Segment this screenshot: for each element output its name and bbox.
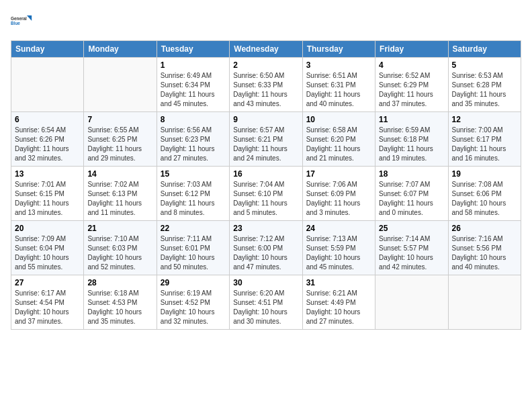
day-number: 4 bbox=[379, 60, 444, 70]
day-number: 29 bbox=[161, 278, 226, 287]
day-info: Sunrise: 7:14 AM Sunset: 5:57 PM Dayligh… bbox=[379, 234, 444, 272]
day-info: Sunrise: 7:00 AM Sunset: 6:17 PM Dayligh… bbox=[452, 126, 517, 163]
calendar-cell: 26Sunrise: 7:16 AM Sunset: 5:56 PM Dayli… bbox=[448, 221, 521, 275]
day-number: 30 bbox=[233, 278, 298, 287]
calendar-cell: 25Sunrise: 7:14 AM Sunset: 5:57 PM Dayli… bbox=[375, 221, 448, 275]
page-header: GeneralBlue bbox=[11, 11, 521, 32]
weekday-header-cell: Wednesday bbox=[230, 41, 302, 58]
svg-text:General: General bbox=[11, 16, 27, 21]
calendar-cell: 7Sunrise: 6:55 AM Sunset: 6:25 PM Daylig… bbox=[84, 112, 157, 167]
day-info: Sunrise: 7:06 AM Sunset: 6:09 PM Dayligh… bbox=[306, 180, 371, 218]
day-info: Sunrise: 7:04 AM Sunset: 6:10 PM Dayligh… bbox=[233, 180, 298, 218]
calendar-cell: 2Sunrise: 6:50 AM Sunset: 6:33 PM Daylig… bbox=[230, 58, 302, 112]
day-number: 22 bbox=[161, 224, 226, 233]
day-info: Sunrise: 7:08 AM Sunset: 6:06 PM Dayligh… bbox=[452, 180, 517, 218]
day-number: 16 bbox=[233, 169, 298, 179]
day-number: 14 bbox=[87, 169, 152, 179]
day-number: 5 bbox=[452, 60, 517, 70]
day-number: 2 bbox=[233, 60, 298, 70]
day-info: Sunrise: 6:49 AM Sunset: 6:34 PM Dayligh… bbox=[161, 71, 226, 109]
day-info: Sunrise: 6:20 AM Sunset: 4:51 PM Dayligh… bbox=[233, 289, 298, 326]
calendar-week-row: 13Sunrise: 7:01 AM Sunset: 6:15 PM Dayli… bbox=[11, 167, 521, 221]
logo: GeneralBlue bbox=[11, 11, 32, 32]
day-info: Sunrise: 6:52 AM Sunset: 6:29 PM Dayligh… bbox=[379, 71, 444, 109]
day-info: Sunrise: 6:18 AM Sunset: 4:53 PM Dayligh… bbox=[87, 289, 152, 326]
day-info: Sunrise: 7:11 AM Sunset: 6:01 PM Dayligh… bbox=[161, 234, 226, 272]
day-info: Sunrise: 7:10 AM Sunset: 6:03 PM Dayligh… bbox=[87, 234, 152, 272]
calendar-cell: 20Sunrise: 7:09 AM Sunset: 6:04 PM Dayli… bbox=[11, 221, 84, 275]
day-number: 24 bbox=[306, 224, 371, 233]
day-number: 12 bbox=[452, 115, 517, 124]
logo-icon: GeneralBlue bbox=[11, 11, 32, 32]
day-number: 23 bbox=[233, 224, 298, 233]
day-info: Sunrise: 6:51 AM Sunset: 6:31 PM Dayligh… bbox=[306, 71, 371, 109]
calendar-cell: 5Sunrise: 6:53 AM Sunset: 6:28 PM Daylig… bbox=[448, 58, 521, 112]
day-number: 7 bbox=[87, 115, 152, 124]
calendar-cell: 15Sunrise: 7:03 AM Sunset: 6:12 PM Dayli… bbox=[157, 167, 229, 221]
calendar-cell: 30Sunrise: 6:20 AM Sunset: 4:51 PM Dayli… bbox=[230, 275, 302, 330]
calendar-cell bbox=[448, 275, 521, 330]
calendar-cell: 27Sunrise: 6:17 AM Sunset: 4:54 PM Dayli… bbox=[11, 275, 84, 330]
weekday-header-row: SundayMondayTuesdayWednesdayThursdayFrid… bbox=[11, 41, 521, 58]
day-info: Sunrise: 6:54 AM Sunset: 6:26 PM Dayligh… bbox=[15, 126, 80, 163]
calendar-week-row: 27Sunrise: 6:17 AM Sunset: 4:54 PM Dayli… bbox=[11, 275, 521, 330]
calendar-week-row: 20Sunrise: 7:09 AM Sunset: 6:04 PM Dayli… bbox=[11, 221, 521, 275]
calendar-cell: 13Sunrise: 7:01 AM Sunset: 6:15 PM Dayli… bbox=[11, 167, 84, 221]
day-info: Sunrise: 6:17 AM Sunset: 4:54 PM Dayligh… bbox=[15, 289, 80, 326]
day-number: 19 bbox=[452, 169, 517, 179]
day-number: 11 bbox=[379, 115, 444, 124]
calendar-cell: 17Sunrise: 7:06 AM Sunset: 6:09 PM Dayli… bbox=[302, 167, 375, 221]
weekday-header-cell: Tuesday bbox=[157, 41, 229, 58]
weekday-header-cell: Thursday bbox=[302, 41, 375, 58]
day-info: Sunrise: 6:56 AM Sunset: 6:23 PM Dayligh… bbox=[161, 126, 226, 163]
day-info: Sunrise: 6:53 AM Sunset: 6:28 PM Dayligh… bbox=[452, 71, 517, 109]
calendar-cell: 18Sunrise: 7:07 AM Sunset: 6:07 PM Dayli… bbox=[375, 167, 448, 221]
day-info: Sunrise: 7:07 AM Sunset: 6:07 PM Dayligh… bbox=[379, 180, 444, 218]
weekday-header-cell: Sunday bbox=[11, 41, 84, 58]
day-number: 18 bbox=[379, 169, 444, 179]
day-info: Sunrise: 7:02 AM Sunset: 6:13 PM Dayligh… bbox=[87, 180, 152, 218]
day-number: 17 bbox=[306, 169, 371, 179]
calendar-cell: 11Sunrise: 6:59 AM Sunset: 6:18 PM Dayli… bbox=[375, 112, 448, 167]
calendar-body: 1Sunrise: 6:49 AM Sunset: 6:34 PM Daylig… bbox=[11, 58, 521, 330]
calendar-cell: 1Sunrise: 6:49 AM Sunset: 6:34 PM Daylig… bbox=[157, 58, 229, 112]
calendar-cell: 28Sunrise: 6:18 AM Sunset: 4:53 PM Dayli… bbox=[84, 275, 157, 330]
calendar-cell: 29Sunrise: 6:19 AM Sunset: 4:52 PM Dayli… bbox=[157, 275, 229, 330]
calendar-week-row: 1Sunrise: 6:49 AM Sunset: 6:34 PM Daylig… bbox=[11, 58, 521, 112]
calendar-cell bbox=[375, 275, 448, 330]
day-number: 25 bbox=[379, 224, 444, 233]
weekday-header-cell: Saturday bbox=[448, 41, 521, 58]
calendar-cell: 6Sunrise: 6:54 AM Sunset: 6:26 PM Daylig… bbox=[11, 112, 84, 167]
calendar-table: SundayMondayTuesdayWednesdayThursdayFrid… bbox=[11, 40, 521, 330]
day-info: Sunrise: 6:50 AM Sunset: 6:33 PM Dayligh… bbox=[233, 71, 298, 109]
calendar-cell: 4Sunrise: 6:52 AM Sunset: 6:29 PM Daylig… bbox=[375, 58, 448, 112]
day-number: 20 bbox=[15, 224, 80, 233]
day-number: 15 bbox=[161, 169, 226, 179]
calendar-cell: 22Sunrise: 7:11 AM Sunset: 6:01 PM Dayli… bbox=[157, 221, 229, 275]
day-info: Sunrise: 7:09 AM Sunset: 6:04 PM Dayligh… bbox=[15, 234, 80, 272]
day-info: Sunrise: 7:16 AM Sunset: 5:56 PM Dayligh… bbox=[452, 234, 517, 272]
day-number: 13 bbox=[15, 169, 80, 179]
calendar-cell bbox=[84, 58, 157, 112]
calendar-cell: 16Sunrise: 7:04 AM Sunset: 6:10 PM Dayli… bbox=[230, 167, 302, 221]
day-info: Sunrise: 6:19 AM Sunset: 4:52 PM Dayligh… bbox=[161, 289, 226, 326]
calendar-cell: 14Sunrise: 7:02 AM Sunset: 6:13 PM Dayli… bbox=[84, 167, 157, 221]
calendar-cell: 23Sunrise: 7:12 AM Sunset: 6:00 PM Dayli… bbox=[230, 221, 302, 275]
day-info: Sunrise: 6:58 AM Sunset: 6:20 PM Dayligh… bbox=[306, 126, 371, 163]
day-info: Sunrise: 7:12 AM Sunset: 6:00 PM Dayligh… bbox=[233, 234, 298, 272]
day-info: Sunrise: 7:13 AM Sunset: 5:59 PM Dayligh… bbox=[306, 234, 371, 272]
day-info: Sunrise: 6:21 AM Sunset: 4:49 PM Dayligh… bbox=[306, 289, 371, 326]
day-info: Sunrise: 7:01 AM Sunset: 6:15 PM Dayligh… bbox=[15, 180, 80, 218]
day-info: Sunrise: 6:57 AM Sunset: 6:21 PM Dayligh… bbox=[233, 126, 298, 163]
day-number: 31 bbox=[306, 278, 371, 287]
day-info: Sunrise: 7:03 AM Sunset: 6:12 PM Dayligh… bbox=[161, 180, 226, 218]
day-number: 8 bbox=[161, 115, 226, 124]
calendar-cell: 3Sunrise: 6:51 AM Sunset: 6:31 PM Daylig… bbox=[302, 58, 375, 112]
calendar-week-row: 6Sunrise: 6:54 AM Sunset: 6:26 PM Daylig… bbox=[11, 112, 521, 167]
day-number: 1 bbox=[161, 60, 226, 70]
day-number: 9 bbox=[233, 115, 298, 124]
day-number: 21 bbox=[87, 224, 152, 233]
calendar-cell: 10Sunrise: 6:58 AM Sunset: 6:20 PM Dayli… bbox=[302, 112, 375, 167]
calendar-cell: 8Sunrise: 6:56 AM Sunset: 6:23 PM Daylig… bbox=[157, 112, 229, 167]
day-number: 27 bbox=[15, 278, 80, 287]
